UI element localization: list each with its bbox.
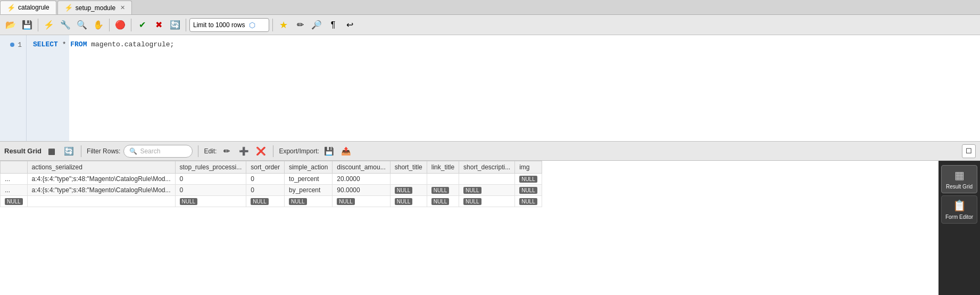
save-button[interactable]: 💾 — [20, 18, 35, 32]
editor-section: 1 SELECT * FROM magento.catalogrule; 100… — [0, 35, 980, 142]
result-toolbar: Result Grid ▦ 🔄 Filter Rows: 🔍 Search Ed… — [0, 142, 980, 161]
form-editor-panel-icon: 📋 — [953, 199, 966, 212]
line-dot-1 — [10, 43, 14, 47]
cell-img-3: NULL — [515, 196, 542, 207]
import-button[interactable]: 📤 — [339, 144, 353, 158]
cell-ltitle-2: NULL — [427, 185, 459, 196]
toolbar-sep-4 — [186, 19, 186, 31]
word-wrap-button[interactable]: ↩ — [342, 18, 357, 32]
col-indicator — [1, 161, 28, 174]
col-sort-order[interactable]: sort_order — [246, 161, 285, 174]
add-row-button[interactable]: ➕ — [237, 144, 251, 158]
cell-actions-3 — [27, 196, 175, 207]
toolbar-sep-5 — [272, 19, 273, 31]
limit-select[interactable]: Limit to 1000 rows ⬡ — [189, 18, 269, 32]
form-editor-panel-label: Form Editor — [945, 214, 973, 220]
delete-row-button[interactable]: ❌ — [254, 144, 268, 158]
cell-sort-1: 0 — [246, 174, 285, 185]
cell-img-2: NULL — [515, 185, 542, 196]
cell-sort-2: 0 — [246, 185, 285, 196]
code-content[interactable]: SELECT * FROM magento.catalogrule; — [27, 35, 980, 141]
execute-button[interactable]: ⚡ — [41, 18, 56, 32]
col-discount-amount[interactable]: discount_amou... — [333, 161, 390, 174]
result-grid-panel-icon: ▦ — [954, 169, 965, 182]
result-sep-3 — [273, 145, 273, 157]
editor-area[interactable]: 1 SELECT * FROM magento.catalogrule; — [0, 35, 980, 142]
cell-stop-2: 0 — [175, 185, 246, 196]
col-stop-rules[interactable]: stop_rules_processi... — [175, 161, 246, 174]
result-body: actions_serialized stop_rules_processi..… — [0, 161, 980, 295]
bookmark-button[interactable]: ★ — [276, 18, 291, 32]
rollback-button[interactable]: ✖ — [151, 18, 166, 32]
cell-ltitle-1 — [427, 174, 459, 185]
right-panel: ▦ Result Grid 📋 Form Editor — [939, 161, 980, 295]
cell-stitle-1 — [390, 174, 427, 185]
main-toolbar: 📂 💾 ⚡ 🔧 🔍 ✋ 🔴 ✔ ✖ 🔄 Limit to 1000 rows ⬡… — [0, 15, 980, 35]
code-line-1: SELECT * FROM magento.catalogrule; — [33, 39, 974, 50]
line-number-1: 1 — [18, 41, 22, 49]
code-table: magento.catalogrule; — [91, 40, 174, 48]
open-folder-button[interactable]: 📂 — [3, 18, 18, 32]
kill-query-button[interactable]: 🔴 — [113, 18, 128, 32]
edit-row-button[interactable]: ✏ — [220, 144, 234, 158]
cell-actions-1: a:4:{s:4:"type";s:48:"Magento\CatalogRul… — [27, 174, 175, 185]
col-simple-action[interactable]: simple_action — [284, 161, 332, 174]
commit-button[interactable]: ✔ — [135, 18, 150, 32]
col-link-title[interactable]: link_title — [427, 161, 459, 174]
table-row[interactable]: ... a:4:{s:4:"type";s:48:"Magento\Catalo… — [1, 185, 542, 196]
table-row[interactable]: ... a:4:{s:4:"type";s:48:"Magento\Catalo… — [1, 174, 542, 185]
cell-stop-1: 0 — [175, 174, 246, 185]
cell-discount-1: 20.0000 — [333, 174, 390, 185]
col-img[interactable]: img — [515, 161, 542, 174]
refresh-results-button[interactable]: 🔄 — [62, 144, 76, 158]
limit-arrow-icon: ⬡ — [249, 21, 255, 29]
row-indicator-3: NULL — [1, 196, 28, 207]
cell-sdesc-2: NULL — [459, 185, 515, 196]
cell-stitle-2: NULL — [390, 185, 427, 196]
toolbar-sep-1 — [38, 19, 38, 31]
explain-button[interactable]: 🔍 — [74, 18, 89, 32]
cell-sdesc-1 — [459, 174, 515, 185]
result-grid-panel-button[interactable]: ▦ Result Grid — [941, 165, 977, 193]
col-actions-serialized[interactable]: actions_serialized — [27, 161, 175, 174]
tab-setup-module[interactable]: ⚡ setup_module ✕ — [57, 1, 132, 14]
table-row[interactable]: NULL NULL NULL NULL NULL NULL NULL NULL … — [1, 196, 542, 207]
wrap-button[interactable]: ☐ — [962, 144, 976, 158]
col-short-desc[interactable]: short_descripti... — [459, 161, 515, 174]
beautify-button[interactable]: ✏ — [293, 18, 308, 32]
tab-catalogrule[interactable]: ⚡ catalogrule — [0, 1, 56, 14]
cell-stop-3: NULL — [175, 196, 246, 207]
cell-discount-2: 90.0000 — [333, 185, 390, 196]
result-grid-panel-label: Result Grid — [946, 184, 973, 190]
toolbar-sep-3 — [131, 19, 131, 31]
find-button[interactable]: 🔎 — [309, 18, 324, 32]
execute-current-button[interactable]: 🔧 — [58, 18, 73, 32]
export-label: Export/Import: — [279, 148, 319, 155]
tab-catalogrule-icon: ⚡ — [7, 4, 15, 12]
line-num-1: 1 — [4, 39, 24, 50]
cell-action-2: by_percent — [284, 185, 332, 196]
toggle-columns-button[interactable]: ▦ — [45, 144, 59, 158]
invisible-chars-button[interactable]: ¶ — [326, 18, 340, 32]
cell-img-1: NULL — [515, 174, 542, 185]
line-numbers: 1 — [0, 35, 27, 141]
result-sep-1 — [81, 145, 81, 157]
tab-close-icon[interactable]: ✕ — [120, 4, 125, 11]
stop-button[interactable]: ✋ — [91, 18, 106, 32]
search-box[interactable]: 🔍 Search — [123, 145, 193, 158]
search-icon: 🔍 — [129, 148, 137, 155]
cell-stitle-3: NULL — [390, 196, 427, 207]
export-button[interactable]: 💾 — [322, 144, 336, 158]
cell-sdesc-3: NULL — [459, 196, 515, 207]
keyword-select: SELECT — [33, 40, 58, 48]
data-table-container[interactable]: actions_serialized stop_rules_processi..… — [0, 161, 939, 295]
tab-setup-module-icon: ⚡ — [64, 4, 73, 12]
main-container: ⚡ catalogrule ⚡ setup_module ✕ 📂 💾 ⚡ 🔧 🔍… — [0, 0, 980, 295]
col-short-title[interactable]: short_title — [390, 161, 427, 174]
refresh-button[interactable]: 🔄 — [168, 18, 182, 32]
data-table: actions_serialized stop_rules_processi..… — [0, 161, 542, 207]
search-placeholder: Search — [140, 148, 160, 155]
cell-action-1: to_percent — [284, 174, 332, 185]
result-sep-2 — [198, 145, 198, 157]
form-editor-panel-button[interactable]: 📋 Form Editor — [941, 195, 977, 224]
